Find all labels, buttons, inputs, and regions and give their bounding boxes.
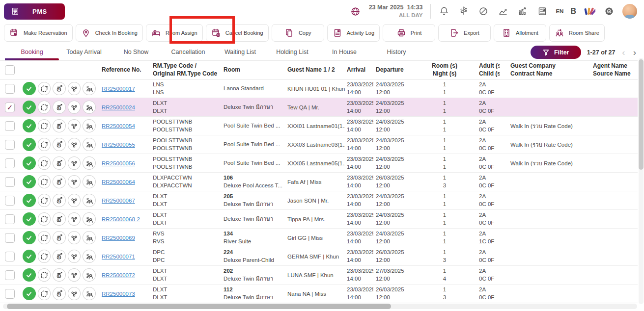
- row-checkbox[interactable]: [5, 270, 15, 280]
- sync-status-icon[interactable]: [38, 194, 51, 207]
- bar-chart-icon[interactable]: [516, 5, 529, 18]
- confirmed-status-icon[interactable]: [23, 194, 36, 207]
- row-checkbox[interactable]: [5, 158, 15, 168]
- line-chart-icon[interactable]: [497, 5, 509, 18]
- vertical-scrollbar[interactable]: [639, 58, 644, 304]
- row-checkbox[interactable]: [5, 196, 15, 206]
- group-status-icon[interactable]: [68, 119, 81, 132]
- language-selector[interactable]: EN: [556, 8, 563, 14]
- payment-status-icon[interactable]: $: [53, 287, 66, 300]
- tab-cancellation[interactable]: Cancellation: [162, 47, 214, 60]
- tab-waiting-list[interactable]: Waiting List: [214, 47, 266, 60]
- export-button[interactable]: Export: [438, 24, 491, 42]
- table-row[interactable]: $ RR25000069 RVSRVS 134River Suite Girl …: [0, 229, 638, 247]
- payment-status-icon[interactable]: $: [53, 194, 66, 207]
- sync-status-icon[interactable]: [38, 101, 51, 114]
- reference-link[interactable]: RR25000069: [102, 235, 135, 241]
- row-checkbox[interactable]: [5, 121, 15, 131]
- table-row[interactable]: $ RR25000071 DPCDPC 224Deluxe Parent-Chi…: [0, 247, 638, 266]
- reference-link[interactable]: RR25000072: [102, 272, 135, 278]
- row-checkbox[interactable]: [5, 289, 15, 299]
- registration-status-icon[interactable]: [83, 175, 96, 188]
- registration-status-icon[interactable]: [83, 268, 96, 282]
- table-row[interactable]: $ RR25000055 POOLSTTWNBPOOLSTTWNB Pool S…: [0, 135, 638, 154]
- payment-status-icon[interactable]: $: [53, 82, 66, 95]
- row-checkbox[interactable]: [5, 177, 15, 187]
- block-icon[interactable]: [477, 5, 490, 18]
- horizontal-scrollbar-thumb[interactable]: [7, 304, 391, 309]
- sync-status-icon[interactable]: [38, 82, 51, 95]
- tab-in-house[interactable]: In House: [318, 47, 370, 60]
- row-checkbox[interactable]: [5, 233, 15, 243]
- copy-button[interactable]: Copy: [272, 24, 324, 42]
- group-status-icon[interactable]: [68, 175, 81, 188]
- registration-status-icon[interactable]: [83, 119, 96, 132]
- group-status-icon[interactable]: [68, 250, 81, 263]
- registration-status-icon[interactable]: [83, 82, 96, 95]
- confirmed-status-icon[interactable]: [23, 250, 36, 263]
- payment-status-icon[interactable]: $: [53, 231, 66, 244]
- make-reservation-button[interactable]: Make Reservation: [4, 24, 73, 42]
- reference-link[interactable]: RR25000071: [102, 254, 135, 259]
- group-status-icon[interactable]: [68, 231, 81, 244]
- row-checkbox[interactable]: [5, 103, 15, 112]
- confirmed-status-icon[interactable]: [23, 119, 36, 132]
- row-checkbox[interactable]: [5, 252, 15, 261]
- select-all-checkbox[interactable]: [5, 65, 15, 75]
- group-status-icon[interactable]: [68, 101, 81, 114]
- group-status-icon[interactable]: [68, 82, 81, 95]
- registration-status-icon[interactable]: [83, 287, 96, 300]
- group-status-icon[interactable]: [68, 194, 81, 207]
- reference-link[interactable]: RR25000024: [102, 104, 135, 110]
- reference-link[interactable]: RR25000067: [102, 198, 135, 204]
- payment-status-icon[interactable]: $: [53, 212, 66, 226]
- reference-link[interactable]: RR25000064: [102, 179, 135, 185]
- table-row[interactable]: $ RR25000073 DLXTDLXT 112Deluxe Twin มีภ…: [0, 285, 638, 303]
- registration-status-icon[interactable]: [83, 194, 96, 207]
- registration-status-icon[interactable]: [83, 250, 96, 263]
- reference-link[interactable]: RR25000017: [102, 86, 135, 92]
- sync-status-icon[interactable]: [38, 231, 51, 244]
- sync-status-icon[interactable]: [38, 175, 51, 188]
- confirmed-status-icon[interactable]: [23, 212, 36, 226]
- activity-log-button[interactable]: Activity Log: [327, 24, 380, 42]
- table-row[interactable]: $ RR25000054 POOLSTTWNBPOOLSTTWNB Pool S…: [0, 117, 638, 135]
- confirmed-status-icon[interactable]: [23, 175, 36, 188]
- news-report-icon[interactable]: [536, 5, 549, 18]
- group-status-icon[interactable]: [68, 138, 81, 151]
- group-status-icon[interactable]: [68, 268, 81, 282]
- pms-home-button[interactable]: PMS: [4, 3, 65, 20]
- user-avatar[interactable]: [622, 4, 637, 19]
- check-in-booking-button[interactable]: Check In Booking: [76, 24, 143, 42]
- group-status-icon[interactable]: [68, 156, 81, 170]
- payment-status-icon[interactable]: $: [53, 138, 66, 151]
- payment-status-icon[interactable]: $: [53, 268, 66, 282]
- payment-status-icon[interactable]: $: [53, 101, 66, 114]
- table-row[interactable]: $ RR25000072 DLXTDLXT 202Deluxe Twin มีภ…: [0, 266, 638, 285]
- confirmed-status-icon[interactable]: [23, 156, 36, 170]
- confirmed-status-icon[interactable]: [23, 268, 36, 282]
- sync-status-icon[interactable]: [38, 156, 51, 170]
- reference-link[interactable]: RR25000073: [102, 291, 135, 297]
- table-row[interactable]: $ RR25000056 POOLSTTWNBPOOLSTTWNB Pool S…: [0, 154, 638, 173]
- table-row[interactable]: $ RR25000067 DLXTDLXT 205Deluxe Twin มีภ…: [0, 191, 638, 210]
- cancel-booking-button[interactable]: Cancel Booking: [206, 24, 269, 42]
- confirmed-status-icon[interactable]: [23, 138, 36, 151]
- payment-status-icon[interactable]: $: [53, 156, 66, 170]
- vertical-scrollbar-thumb[interactable]: [639, 59, 644, 170]
- registration-status-icon[interactable]: [83, 101, 96, 114]
- prev-page-button[interactable]: ‹: [621, 48, 626, 57]
- payment-status-icon[interactable]: $: [53, 250, 66, 263]
- next-page-button[interactable]: ›: [632, 48, 637, 57]
- tab-holding-list[interactable]: Holding List: [266, 47, 318, 60]
- sync-status-icon[interactable]: [38, 212, 51, 226]
- confirmed-status-icon[interactable]: [23, 101, 36, 114]
- sync-status-icon[interactable]: [38, 138, 51, 151]
- payment-status-icon[interactable]: $: [53, 175, 66, 188]
- sync-status-icon[interactable]: [38, 287, 51, 300]
- room-share-button[interactable]: Room Share: [549, 24, 605, 42]
- row-checkbox[interactable]: [5, 84, 15, 94]
- registration-status-icon[interactable]: [83, 138, 96, 151]
- table-row[interactable]: $ RR25000017 LNSLNS Lanna Standard KHUN …: [0, 79, 638, 98]
- reference-link[interactable]: RR25000054: [102, 123, 135, 129]
